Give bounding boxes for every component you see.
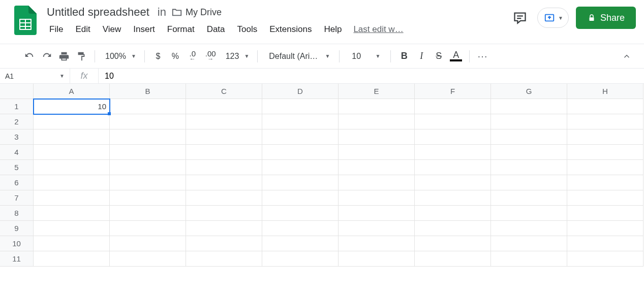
cell-G3[interactable] <box>491 129 567 145</box>
column-header-C[interactable]: C <box>186 84 262 99</box>
number-format-dropdown[interactable]: 123 ▼ <box>221 52 253 61</box>
cell-D10[interactable] <box>262 236 339 251</box>
cell-E2[interactable] <box>339 114 415 129</box>
cell-C2[interactable] <box>186 114 262 129</box>
cell-A9[interactable] <box>34 221 110 236</box>
cell-A8[interactable] <box>34 206 110 221</box>
cell-C11[interactable] <box>186 251 262 267</box>
undo-button[interactable] <box>21 48 38 64</box>
cell-F10[interactable] <box>415 236 491 251</box>
cell-G9[interactable] <box>491 221 567 236</box>
cell-B7[interactable] <box>110 190 186 206</box>
cell-F4[interactable] <box>415 145 491 160</box>
cell-H11[interactable] <box>567 251 643 267</box>
cell-F8[interactable] <box>415 206 491 221</box>
bold-button[interactable]: B <box>396 48 412 64</box>
menu-format[interactable]: Format <box>162 22 200 37</box>
column-header-G[interactable]: G <box>491 84 567 99</box>
cell-D8[interactable] <box>262 206 339 221</box>
cell-E6[interactable] <box>339 175 415 190</box>
cell-A4[interactable] <box>34 145 110 160</box>
cell-G4[interactable] <box>491 145 567 160</box>
cell-F9[interactable] <box>415 221 491 236</box>
row-header-2[interactable]: 2 <box>0 114 34 129</box>
cell-F5[interactable] <box>415 160 491 175</box>
cell-E9[interactable] <box>339 221 415 236</box>
cell-E3[interactable] <box>339 129 415 145</box>
column-header-A[interactable]: A <box>34 84 110 99</box>
row-header-10[interactable]: 10 <box>0 236 34 251</box>
cell-A7[interactable] <box>34 190 110 206</box>
cell-C3[interactable] <box>186 129 262 145</box>
cell-E7[interactable] <box>339 190 415 206</box>
zoom-dropdown[interactable]: 100% ▼ <box>100 52 139 61</box>
last-edit-link[interactable]: Last edit w… <box>353 24 403 35</box>
cell-G10[interactable] <box>491 236 567 251</box>
menu-extensions[interactable]: Extensions <box>264 22 317 37</box>
cell-H2[interactable] <box>567 114 643 129</box>
font-dropdown[interactable]: Default (Ari… ▼ <box>263 48 334 64</box>
cell-A5[interactable] <box>34 160 110 175</box>
strikethrough-button[interactable]: S <box>431 48 447 64</box>
row-header-4[interactable]: 4 <box>0 145 34 160</box>
cell-D2[interactable] <box>262 114 339 129</box>
cell-G2[interactable] <box>491 114 567 129</box>
cell-G11[interactable] <box>491 251 567 267</box>
currency-button[interactable]: $ <box>150 48 166 64</box>
folder-chip[interactable]: My Drive <box>171 7 222 18</box>
cell-G7[interactable] <box>491 190 567 206</box>
collapse-toolbar-button[interactable] <box>619 48 635 64</box>
row-header-6[interactable]: 6 <box>0 175 34 190</box>
redo-button[interactable] <box>39 48 55 64</box>
cell-H8[interactable] <box>567 206 643 221</box>
cell-B2[interactable] <box>110 114 186 129</box>
cell-C6[interactable] <box>186 175 262 190</box>
cell-F6[interactable] <box>415 175 491 190</box>
cell-B10[interactable] <box>110 236 186 251</box>
cell-F11[interactable] <box>415 251 491 267</box>
cell-E10[interactable] <box>339 236 415 251</box>
cell-H3[interactable] <box>567 129 643 145</box>
cell-F2[interactable] <box>415 114 491 129</box>
row-header-7[interactable]: 7 <box>0 190 34 206</box>
cell-C4[interactable] <box>186 145 262 160</box>
text-color-button[interactable]: A <box>448 48 464 64</box>
cell-B3[interactable] <box>110 129 186 145</box>
cell-G8[interactable] <box>491 206 567 221</box>
comments-button[interactable] <box>510 8 530 28</box>
column-header-H[interactable]: H <box>567 84 643 99</box>
cell-F3[interactable] <box>415 129 491 145</box>
cell-H10[interactable] <box>567 236 643 251</box>
cell-F7[interactable] <box>415 190 491 206</box>
cell-A2[interactable] <box>34 114 110 129</box>
cell-H5[interactable] <box>567 160 643 175</box>
row-header-5[interactable]: 5 <box>0 160 34 175</box>
row-header-8[interactable]: 8 <box>0 206 34 221</box>
formula-input[interactable] <box>99 69 644 83</box>
menu-insert[interactable]: Insert <box>128 22 161 37</box>
cell-A6[interactable] <box>34 175 110 190</box>
row-header-1[interactable]: 1 <box>0 99 34 114</box>
cell-C8[interactable] <box>186 206 262 221</box>
cell-D4[interactable] <box>262 145 339 160</box>
sheets-logo[interactable] <box>13 4 38 37</box>
cell-H7[interactable] <box>567 190 643 206</box>
column-header-D[interactable]: D <box>262 84 339 99</box>
row-header-3[interactable]: 3 <box>0 129 34 145</box>
row-header-9[interactable]: 9 <box>0 221 34 236</box>
row-header-11[interactable]: 11 <box>0 251 34 267</box>
percent-button[interactable]: % <box>167 48 183 64</box>
select-all-corner[interactable] <box>0 84 34 99</box>
cell-F1[interactable] <box>415 99 491 114</box>
column-header-B[interactable]: B <box>110 84 186 99</box>
menu-data[interactable]: Data <box>201 22 231 37</box>
decrease-decimal-button[interactable]: .0 ← <box>185 48 201 64</box>
cell-E8[interactable] <box>339 206 415 221</box>
cell-E4[interactable] <box>339 145 415 160</box>
increase-decimal-button[interactable]: .00 → <box>202 48 220 64</box>
cell-H1[interactable] <box>567 99 643 114</box>
cell-B11[interactable] <box>110 251 186 267</box>
cell-G1[interactable] <box>491 99 567 114</box>
cell-C5[interactable] <box>186 160 262 175</box>
cell-D3[interactable] <box>262 129 339 145</box>
